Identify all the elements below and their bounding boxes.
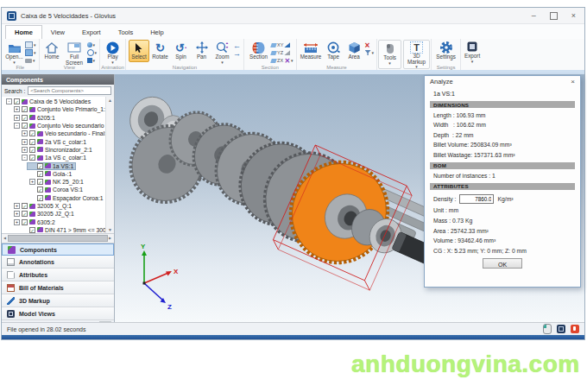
scroll-left-icon[interactable]: ▲ [1,237,8,241]
tree-item[interactable]: -✓Caixa de 5 Velocidades [2,98,106,105]
view-back-button[interactable]: ← [233,42,241,49]
tree-item[interactable]: +✓32005 X_Q:1 [2,202,106,210]
open-button[interactable]: Open... ▾ [4,40,24,64]
visibility-checkbox[interactable]: ✓ [37,163,43,169]
expand-icon[interactable]: + [14,115,20,121]
expand-icon[interactable]: + [22,130,28,136]
tree-item[interactable]: +✓NK 25_20:1 [2,178,106,186]
measure-filter-button[interactable]: ▾ [365,49,375,56]
view-forward-button[interactable]: → [233,50,241,57]
rotate-tool-button[interactable]: ↻ Rotate [150,40,170,60]
sidebar-item-attributes[interactable]: Attributes [2,269,114,281]
sidebar-item-components[interactable]: Components [2,243,114,256]
tree-item[interactable]: +✓Sincronizador_2:1 [2,146,106,154]
settings-button[interactable]: Settings [434,40,458,60]
markup-3d-button[interactable]: T 3D Markup ▾ [403,40,430,69]
sidebar-item-annotations[interactable]: Annotations [2,256,114,269]
section-yz-button[interactable]: YZ [271,49,283,56]
expand-icon[interactable]: + [14,106,20,112]
zoom-tool-button[interactable]: Zoom ▾ [212,40,232,64]
ok-button[interactable]: OK [483,258,522,269]
visibility-checkbox[interactable]: ✓ [29,155,35,161]
tree-item[interactable]: -✓Conjunto Veio secundario - Fi [2,122,106,130]
play-button[interactable]: Play ▾ [103,40,123,64]
visibility-checkbox[interactable]: ✓ [22,123,28,129]
full-screen-button[interactable]: Full Screen [63,40,86,66]
tree-item[interactable]: ✓DIN 471 > 9mm <= 300mm 2 [2,226,106,234]
scroll-right-icon[interactable]: ▲ [108,237,115,241]
tree-vertical-scrollbar[interactable]: ▲ ▼ [105,97,114,233]
tab-export[interactable]: Export [73,26,110,39]
pan-tool-button[interactable]: Pan [192,40,211,60]
tab-home[interactable]: Home [5,25,42,39]
visibility-checkbox[interactable]: ✓ [29,139,35,145]
tab-help[interactable]: Help [142,26,172,39]
glovius-status-icon[interactable] [557,325,565,333]
spin-tool-button[interactable]: ↺• Spin [171,40,191,60]
display-style-button[interactable]: ▾ [87,57,98,64]
tree-item[interactable]: +✓Veio secundario - Final:1 [2,130,106,137]
expand-icon[interactable]: + [14,219,20,225]
measure-button[interactable]: Measure [300,40,323,60]
tree-item[interactable]: ✓Espaçador Coroa:1 [2,194,106,202]
section-button[interactable]: Section [247,40,270,60]
tree-item[interactable]: -✓1a VS c_colar:1 [2,154,106,161]
render-mode-button[interactable]: ▾ [87,41,98,48]
collapse-icon[interactable]: - [14,123,20,129]
visibility-checkbox[interactable]: ✓ [22,106,28,112]
expand-icon[interactable]: + [22,139,28,145]
expand-icon[interactable]: + [29,179,35,185]
visibility-checkbox[interactable]: ✓ [22,219,28,225]
visibility-checkbox[interactable]: ✓ [14,98,20,104]
copy-view-button[interactable]: ▾ [25,49,36,56]
maximize-button[interactable] [550,12,558,20]
tree-item[interactable]: ✓1a VS:1 [2,161,106,169]
print-button[interactable]: ▾ [25,57,36,64]
tools-button[interactable]: Tools ▾ [378,40,401,69]
visibility-checkbox[interactable]: ✓ [22,203,28,209]
tree-item[interactable]: +✓2a VS c_colar:1 [2,137,106,145]
expand-icon[interactable]: + [14,211,20,217]
section-options-button[interactable]: ✕▾ [284,57,293,64]
home-view-button[interactable]: Home [42,40,62,60]
expand-icon[interactable]: + [22,147,28,153]
area-button[interactable]: Area [344,40,364,60]
tape-button[interactable]: Tape [324,40,344,60]
visibility-checkbox[interactable]: ✓ [29,147,35,153]
visibility-checkbox[interactable]: ✓ [22,115,28,121]
sidebar-item-3d-markup[interactable]: 3D Markup [2,294,114,307]
scrollbar-thumb[interactable] [8,235,108,242]
view-orient-button[interactable]: ▾ [87,49,98,56]
visibility-checkbox[interactable]: ✓ [22,211,28,217]
close-button[interactable]: × [571,12,576,20]
sidebar-item-model-views[interactable]: Model Views [2,307,114,320]
tab-view[interactable]: View [42,26,73,39]
search-input[interactable] [28,86,111,95]
section-cap-button[interactable] [284,49,293,56]
scroll-up-icon[interactable]: ▲ [108,97,112,104]
visibility-checkbox[interactable]: ✓ [29,130,35,136]
expand-icon[interactable]: + [14,203,20,209]
visibility-checkbox[interactable]: ✓ [37,187,43,193]
tree-item[interactable]: +✓6205:1 [2,114,106,122]
density-input[interactable] [459,194,494,204]
visibility-checkbox[interactable]: ✓ [37,179,43,185]
section-xy-button[interactable]: XY [271,41,283,48]
mouse-settings-icon[interactable] [543,324,552,334]
section-face-button[interactable] [284,41,293,48]
delete-measure-button[interactable]: × [365,41,375,48]
close-icon[interactable]: × [571,78,575,85]
notification-icon[interactable] [571,325,579,333]
minimize-button[interactable]: – [532,12,536,20]
export-button[interactable]: Export ▾ [461,39,483,70]
visibility-checkbox[interactable]: ✓ [37,195,43,201]
tree-item[interactable]: +✓30205 J2_Q:1 [2,210,106,218]
tree-item[interactable]: +✓6305:2 [2,218,106,225]
tree-item[interactable]: ✓Gola-:1 [2,170,106,178]
section-zx-button[interactable]: ZX [271,57,283,64]
tree-item[interactable]: ✓Coroa VS:1 [2,186,106,193]
visibility-checkbox[interactable]: ✓ [29,227,35,233]
sidebar-item-bill-of-materials[interactable]: Bill of Materials [2,281,114,294]
tree-horizontal-scrollbar[interactable]: ▲ ▲ [2,234,114,243]
tree-item[interactable]: +✓Conjunto Veio Primario_1:1 [2,105,106,113]
